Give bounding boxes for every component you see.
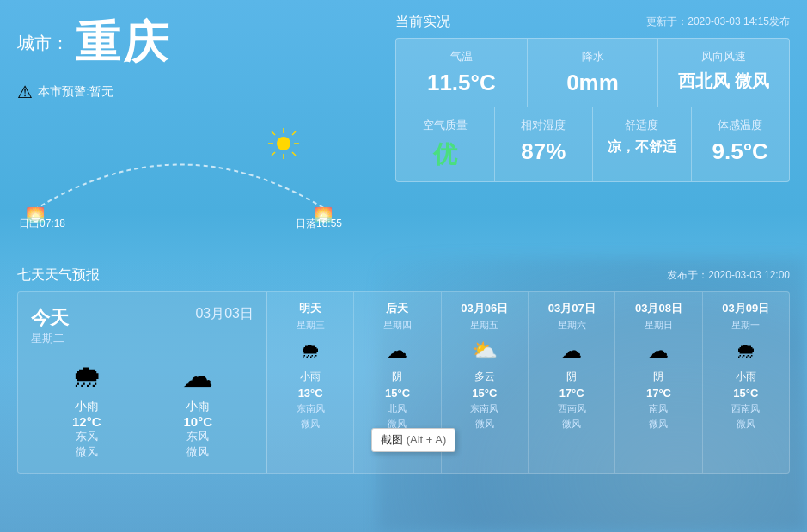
air-label: 空气质量: [409, 118, 481, 133]
tooltip-overlay: 截图 (Alt + A): [371, 428, 455, 452]
day-wind-dir-0: 东南风: [297, 402, 325, 415]
day-temp-3: 17°C: [559, 387, 584, 400]
day-icon-0: 🌧: [300, 339, 321, 363]
city-title: 城市： 重庆: [17, 13, 378, 73]
comfort-label: 舒适度: [606, 118, 678, 133]
humidity-label: 相对湿度: [508, 118, 580, 133]
day-desc-0: 小雨: [300, 370, 321, 384]
svg-line-7: [292, 131, 296, 135]
day-icon-5: 🌧: [736, 339, 756, 363]
air-cell: 空气质量 优: [396, 107, 495, 181]
today-wind-speed1: 微风: [31, 444, 143, 460]
city-name: 重庆: [76, 13, 172, 73]
day-wind-dir-3: 西南风: [558, 402, 586, 415]
warning-icon: ⚠: [17, 82, 33, 102]
tooltip-text: 截图: [381, 433, 403, 446]
day-name-2: 03月06日: [461, 301, 508, 316]
today-desc2: 小雨: [143, 399, 254, 414]
tooltip-shortcut: (Alt + A): [407, 433, 447, 446]
svg-line-8: [272, 152, 275, 156]
forecast-day-5: 03月09日 星期一 🌧 小雨 15°C 西南风 微风: [703, 292, 789, 473]
day-temp-4: 17°C: [646, 387, 671, 400]
day-wind-speed-5: 微风: [737, 418, 755, 431]
forecast-day-4: 03月08日 星期日 ☁ 阴 17°C 南风 微风: [615, 292, 702, 473]
current-row-1: 气温 11.5°C 降水 0mm 风向风速 西北风 微风: [396, 39, 789, 107]
day-wind-dir-4: 南风: [649, 402, 668, 415]
day-icon-3: ☁: [561, 339, 582, 363]
day-name-5: 03月09日: [722, 301, 769, 316]
main-container: 城市： 重庆 ⚠ 本市预警:暂无: [0, 0, 807, 532]
warning-text: 本市预警:暂无: [38, 84, 113, 100]
humidity-value: 87%: [508, 138, 580, 165]
temp-value: 11.5°C: [409, 70, 514, 96]
day-icon-1: ☁: [387, 339, 407, 363]
feels-cell: 体感温度 9.5°C: [692, 107, 790, 181]
today-sub1: 🌧 小雨 12°C 东风 微风: [31, 354, 143, 460]
day-desc-5: 小雨: [736, 370, 756, 384]
today-date: 03月03日: [195, 305, 254, 323]
day-name-1: 后天: [386, 301, 408, 316]
current-header: 当前实况 更新于：2020-03-03 14:15发布: [395, 13, 790, 31]
wind-label: 风向风速: [671, 49, 776, 64]
forecast-today: 今天 星期二 03月03日 🌧 小雨 12°C 东风 微风: [18, 292, 267, 473]
today-wind-speed2: 微风: [143, 444, 254, 460]
city-label: 城市：: [17, 32, 69, 55]
current-title: 当前实况: [395, 13, 450, 31]
temp-label: 气温: [409, 49, 514, 64]
rain-cell: 降水 0mm: [528, 39, 659, 107]
city-panel: 城市： 重庆 ⚠ 本市预警:暂无: [17, 13, 378, 254]
today-icon2: ☁: [143, 358, 254, 394]
current-grid: 气温 11.5°C 降水 0mm 风向风速 西北风 微风: [395, 38, 790, 182]
sunrise-time: 日出07:18: [19, 217, 65, 229]
day-wind-speed-3: 微风: [562, 418, 581, 431]
svg-line-5: [272, 131, 275, 135]
forecast-days: 明天 星期三 🌧 小雨 13°C 东南风 微风 后天 星期四 ☁ 阴 15°C …: [267, 292, 789, 473]
rain-label: 降水: [541, 49, 645, 64]
today-icon1: 🌧: [31, 358, 143, 394]
forecast-day-0: 明天 星期三 🌧 小雨 13°C 东南风 微风: [267, 292, 354, 473]
day-weekday-5: 星期一: [731, 319, 760, 332]
today-weekday: 星期二: [31, 331, 69, 346]
day-name-4: 03月08日: [635, 301, 682, 316]
warning-box: ⚠ 本市预警:暂无: [17, 82, 378, 102]
day-wind-dir-1: 北风: [388, 402, 407, 415]
day-icon-4: ☁: [648, 339, 669, 363]
feels-value: 9.5°C: [705, 138, 777, 165]
sun-arc-svg: 🌅 🌅: [17, 111, 344, 223]
feels-label: 体感温度: [705, 118, 777, 133]
day-desc-3: 阴: [566, 370, 577, 384]
temp-cell: 气温 11.5°C: [396, 39, 528, 107]
today-desc1: 小雨: [31, 399, 143, 414]
update-time: 更新于：2020-03-03 14:15发布: [646, 15, 790, 29]
day-weekday-3: 星期六: [558, 319, 586, 332]
day-temp-2: 15°C: [472, 387, 497, 400]
svg-point-0: [277, 137, 290, 150]
day-weekday-2: 星期五: [470, 319, 498, 332]
wind-cell: 风向风速 西北风 微风: [658, 39, 789, 107]
day-temp-0: 13°C: [298, 387, 323, 400]
today-header: 今天 星期二 03月03日: [31, 305, 254, 346]
day-wind-speed-4: 微风: [649, 418, 668, 431]
rain-value: 0mm: [541, 70, 645, 96]
air-value: 优: [409, 138, 481, 171]
today-temp2: 10°C: [143, 414, 254, 429]
today-temp1: 12°C: [31, 414, 143, 429]
content: 城市： 重庆 ⚠ 本市预警:暂无: [0, 0, 807, 486]
comfort-cell: 舒适度 凉，不舒适: [593, 107, 692, 181]
current-row-2: 空气质量 优 相对湿度 87% 舒适度 凉，不舒适 体感温度: [396, 107, 789, 181]
forecast-day-3: 03月07日 星期六 ☁ 阴 17°C 西南风 微风: [529, 292, 615, 473]
today-label: 今天: [31, 305, 69, 331]
day-desc-4: 阴: [653, 370, 663, 384]
comfort-value: 凉，不舒适: [606, 138, 678, 156]
today-wind-dir2: 东风: [143, 429, 254, 444]
forecast-header: 七天天气预报 发布于：2020-03-03 12:00: [17, 266, 790, 284]
day-weekday-1: 星期四: [383, 319, 412, 332]
day-icon-2: ⛅: [472, 339, 498, 363]
wind-value: 西北风 微风: [671, 70, 776, 93]
svg-line-6: [292, 152, 296, 156]
sun-arc-container: 🌅 🌅 日出07:18 日落18:55: [17, 111, 344, 231]
day-weekday-4: 星期日: [645, 319, 673, 332]
day-temp-5: 15°C: [733, 387, 758, 400]
day-weekday-0: 星期三: [297, 319, 325, 332]
day-desc-1: 阴: [392, 370, 402, 384]
